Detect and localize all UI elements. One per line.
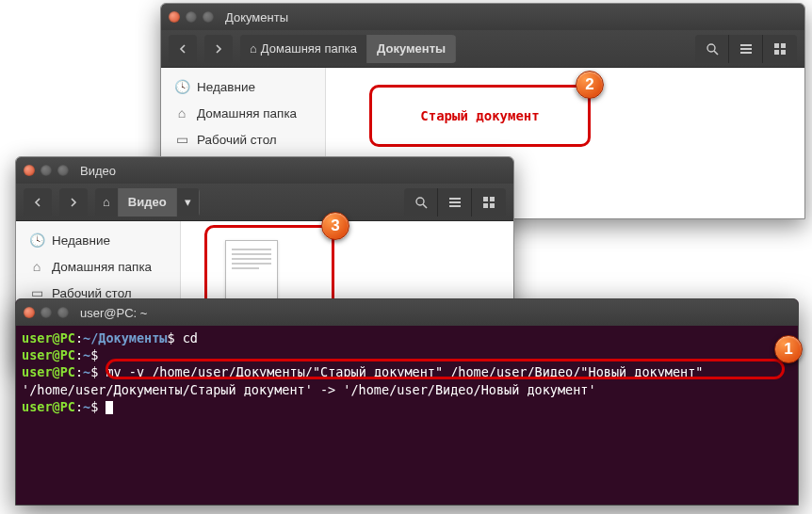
home-icon: ⌂ — [174, 105, 189, 120]
home-icon: ⌂ — [103, 195, 110, 209]
clock-icon: 🕓 — [174, 79, 189, 94]
terminal-cursor — [106, 401, 113, 414]
svg-rect-2 — [740, 44, 752, 46]
home-icon: ⌂ — [250, 41, 257, 56]
sidebar-item-home[interactable]: ⌂Домашняя папка — [16, 253, 180, 280]
forward-button[interactable] — [204, 35, 233, 63]
svg-rect-8 — [781, 50, 786, 55]
minimize-icon[interactable] — [186, 11, 197, 23]
search-button[interactable] — [404, 188, 438, 217]
minimize-icon[interactable] — [41, 165, 52, 176]
search-button[interactable] — [695, 35, 729, 63]
toolbar: ⌂ Видео ▾ — [16, 184, 513, 221]
document-icon — [225, 240, 278, 306]
breadcrumb-videos[interactable]: Видео — [119, 188, 177, 217]
terminal-body[interactable]: user@PC:~/Документы$ cd user@PC:~$ user@… — [16, 326, 798, 419]
window-title: Документы — [225, 10, 288, 24]
svg-rect-3 — [740, 48, 752, 50]
svg-rect-11 — [449, 198, 461, 200]
svg-rect-4 — [740, 52, 752, 54]
back-button[interactable] — [169, 35, 197, 63]
sidebar-item-recent[interactable]: 🕓Недавние — [161, 73, 325, 100]
maximize-icon[interactable] — [203, 11, 214, 23]
sidebar-item-home[interactable]: ⌂Домашняя папка — [161, 100, 325, 126]
svg-rect-5 — [774, 43, 779, 48]
svg-rect-12 — [449, 201, 461, 203]
list-view-button[interactable] — [729, 35, 763, 63]
breadcrumb-home[interactable]: ⌂Домашняя папка — [240, 35, 367, 63]
maximize-icon[interactable] — [57, 307, 69, 318]
titlebar[interactable]: Документы — [161, 4, 804, 30]
close-icon[interactable] — [24, 165, 35, 176]
svg-rect-15 — [490, 197, 495, 201]
svg-point-9 — [416, 198, 424, 205]
terminal-window: user@PC: ~ user@PC:~/Документы$ cd user@… — [15, 298, 799, 506]
mv-command: mv -v /home/user/Документы/"Старый докум… — [106, 364, 703, 379]
chevron-down-icon: ▾ — [185, 195, 191, 209]
folder-icon: ▭ — [174, 132, 189, 147]
close-icon[interactable] — [169, 11, 180, 23]
list-view-button[interactable] — [438, 188, 472, 217]
window-title: Видео — [80, 164, 116, 178]
svg-point-0 — [707, 44, 715, 52]
grid-view-button[interactable] — [763, 35, 797, 63]
svg-line-1 — [714, 51, 718, 55]
maximize-icon[interactable] — [57, 165, 69, 176]
minimize-icon[interactable] — [41, 307, 52, 318]
breadcrumb: ⌂ Видео ▾ — [95, 188, 200, 217]
sidebar-item-desktop[interactable]: ▭Рабочий стол — [161, 126, 325, 153]
back-button[interactable] — [24, 188, 52, 217]
clock-icon: 🕓 — [29, 233, 44, 248]
toolbar: ⌂Домашняя папка Документы — [161, 30, 804, 68]
svg-line-10 — [423, 204, 427, 208]
titlebar[interactable]: user@PC: ~ — [16, 299, 798, 326]
forward-button[interactable] — [59, 188, 88, 217]
window-title: user@PC: ~ — [80, 306, 147, 320]
svg-rect-13 — [449, 205, 461, 207]
mv-output: '/home/user/Документы/Старый документ' -… — [22, 382, 596, 397]
breadcrumb-home[interactable]: ⌂ — [95, 188, 119, 217]
breadcrumb-documents[interactable]: Документы — [367, 35, 456, 63]
grid-view-button[interactable] — [472, 188, 506, 217]
close-icon[interactable] — [24, 307, 35, 318]
svg-rect-6 — [781, 43, 786, 48]
titlebar[interactable]: Видео — [16, 157, 513, 184]
home-icon: ⌂ — [29, 259, 44, 274]
svg-rect-7 — [774, 50, 779, 55]
sidebar-item-recent[interactable]: 🕓Недавние — [16, 227, 180, 253]
breadcrumb: ⌂Домашняя папка Документы — [240, 35, 456, 63]
svg-rect-16 — [483, 203, 488, 208]
svg-rect-17 — [490, 203, 495, 208]
breadcrumb-dropdown[interactable]: ▾ — [177, 188, 200, 217]
svg-rect-14 — [483, 197, 488, 201]
